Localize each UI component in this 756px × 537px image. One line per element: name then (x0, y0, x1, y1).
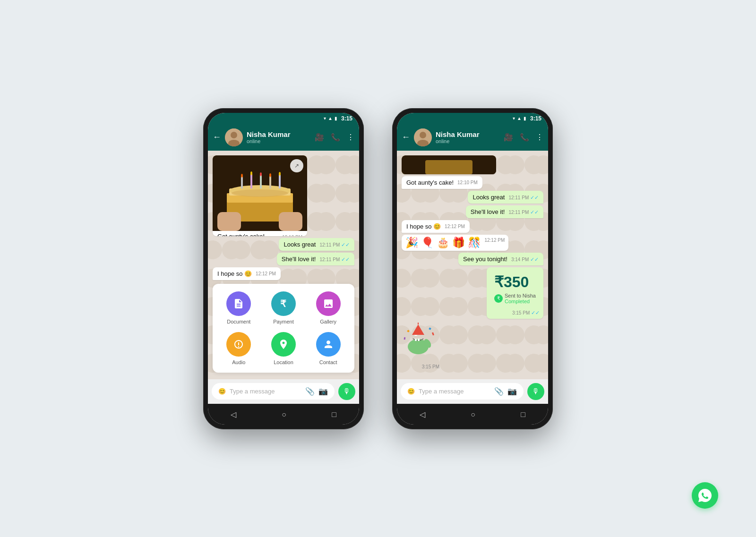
payment-status: ₹ Sent to Nisha Completed (494, 293, 536, 304)
message-input-1[interactable]: 😊 Type a message 📎 📷 (212, 383, 335, 400)
attach-document[interactable]: Document (220, 291, 258, 324)
voice-call-icon-2[interactable]: 📞 (520, 133, 529, 142)
payment-icon: ₹ (271, 291, 296, 316)
emoji-button-2[interactable]: 😊 (407, 388, 415, 395)
phones-container: ▾ ▲ ▮ 3:15 ← Nis (203, 80, 553, 458)
audio-label: Audio (232, 359, 245, 365)
gallery-label: Gallery (320, 319, 336, 324)
msg-received-1: I hope so 😊 12:12 PM (213, 267, 281, 280)
video-call-icon-1[interactable]: 🎥 (315, 133, 324, 142)
payment-message: ₹350 ₹ Sent to Nisha Completed 3:15 PM (487, 267, 543, 319)
nav-back-1[interactable]: ◁ (231, 410, 236, 419)
input-icons-2: 📎 📷 (494, 387, 517, 396)
contact-name-2: Nisha Kumar (436, 130, 500, 138)
attach-grid: Document ₹ Payment (220, 291, 347, 365)
avatar-1 (225, 128, 243, 146)
svg-rect-19 (217, 212, 241, 231)
nav-home-2[interactable]: ○ (471, 410, 475, 419)
attach-contact[interactable]: Contact (309, 332, 347, 365)
svg-point-15 (269, 173, 271, 177)
payment-amount: ₹350 (494, 273, 536, 291)
attach-location[interactable]: Location (265, 332, 302, 365)
svg-rect-37 (407, 330, 410, 332)
input-placeholder-2: Type a message (419, 388, 490, 395)
nav-bar-2: ◁ ○ □ (397, 404, 548, 425)
payment-sent-to: Sent to Nisha (505, 293, 536, 298)
camera-button-2[interactable]: 📷 (507, 387, 517, 396)
camera-button-1[interactable]: 📷 (318, 387, 328, 396)
document-icon (226, 291, 251, 316)
video-call-icon-2[interactable]: 🎥 (504, 133, 513, 142)
attach-payment[interactable]: ₹ Payment (265, 291, 302, 324)
input-placeholder-1: Type a message (230, 388, 301, 395)
svg-point-22 (420, 132, 426, 138)
back-button-1[interactable]: ← (213, 132, 221, 142)
chat-body-2: Got aunty's cake! 12:10 PM Looks great 1… (397, 151, 548, 379)
signal-icon: ▲ (328, 116, 333, 121)
battery-icon-2: ▮ (524, 116, 526, 121)
phone-1-screen: ▾ ▲ ▮ 3:15 ← Nis (208, 113, 359, 425)
svg-rect-36 (432, 332, 434, 335)
payment-completed: Completed (505, 298, 536, 304)
contact-status-1: online (247, 138, 311, 144)
share-icon[interactable]: ↗ (290, 159, 303, 172)
chat-input-1: 😊 Type a message 📎 📷 🎙 (208, 379, 359, 404)
nav-back-2[interactable]: ◁ (420, 410, 425, 419)
message-input-2[interactable]: 😊 Type a message 📎 📷 (401, 383, 524, 400)
svg-point-1 (231, 132, 237, 138)
svg-point-18 (232, 189, 288, 197)
mic-button-2[interactable]: 🎙 (527, 383, 544, 400)
attach-button-1[interactable]: 📎 (305, 387, 315, 396)
status-time-2: 3:15 (530, 115, 541, 122)
svg-rect-20 (279, 212, 302, 231)
emoji-message: 🎉 🎈 🎂 🎁 🎊 12:12 PM (402, 235, 508, 251)
input-icons-1: 📎 📷 (305, 387, 328, 396)
nav-recent-1[interactable]: □ (332, 410, 336, 419)
svg-marker-32 (412, 324, 424, 335)
svg-rect-38 (404, 337, 405, 339)
audio-icon (226, 332, 251, 357)
header-icons-2: 🎥 📞 ⋮ (504, 133, 543, 142)
attach-gallery[interactable]: Gallery (309, 291, 347, 324)
chat-body-1: ↗ Got aunty's cake! 12:10 PM Looks great… (208, 151, 359, 379)
avatar-img-2 (414, 128, 432, 146)
payment-body: ₹350 ₹ Sent to Nisha Completed (487, 267, 543, 308)
msg-sent-p2-1: Looks great 12:11 PM ✓✓ (468, 191, 543, 204)
svg-point-17 (279, 172, 281, 176)
battery-icon: ▮ (335, 116, 337, 121)
svg-point-11 (250, 171, 252, 175)
wifi-icon-2: ▾ (513, 116, 515, 121)
wifi-icon: ▾ (324, 116, 326, 121)
svg-rect-25 (425, 160, 472, 174)
contact-name-1: Nisha Kumar (247, 130, 311, 138)
sticker-time: 3:15 PM (422, 364, 439, 369)
svg-rect-12 (260, 175, 262, 188)
header-icons-1: 🎥 📞 ⋮ (315, 133, 354, 142)
rupee-circle-icon: ₹ (494, 294, 503, 303)
svg-rect-16 (279, 175, 281, 188)
back-button-2[interactable]: ← (402, 132, 410, 142)
more-options-icon-1[interactable]: ⋮ (347, 133, 354, 142)
image-message: ↗ Got aunty's cake! 12:10 PM (213, 155, 307, 236)
signal-icon-2: ▲ (517, 116, 522, 121)
attach-audio[interactable]: Audio (220, 332, 258, 365)
status-bar-2: ▾ ▲ ▮ 3:15 (397, 113, 548, 124)
nav-bar-1: ◁ ○ □ (208, 404, 359, 425)
voice-call-icon-1[interactable]: 📞 (331, 133, 340, 142)
sticker-emoji (402, 321, 439, 363)
attach-button-2[interactable]: 📎 (494, 387, 504, 396)
contact-info-1: Nisha Kumar online (247, 130, 311, 144)
svg-rect-14 (269, 176, 271, 188)
mic-button-1[interactable]: 🎙 (338, 383, 355, 400)
whatsapp-fab[interactable] (692, 482, 718, 509)
msg-sent-p2-3: See you tonight! 3:14 PM ✓✓ (458, 253, 543, 265)
msg-sent-p2-2: She'll love it! 12:11 PM ✓✓ (466, 205, 543, 218)
avatar-img-1 (225, 128, 243, 146)
cake-image: ↗ (213, 155, 307, 231)
nav-recent-2[interactable]: □ (521, 410, 525, 419)
sticker-message: 3:15 PM (402, 321, 439, 369)
payment-label: Payment (273, 319, 293, 324)
more-options-icon-2[interactable]: ⋮ (536, 133, 543, 142)
nav-home-1[interactable]: ○ (282, 410, 286, 419)
emoji-button-1[interactable]: 😊 (218, 388, 226, 395)
